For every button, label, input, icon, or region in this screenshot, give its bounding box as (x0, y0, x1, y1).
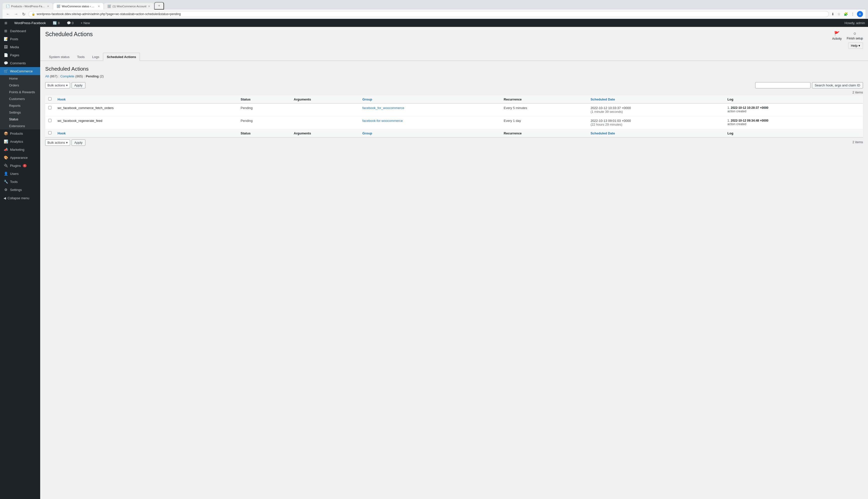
apply-button-bottom[interactable]: Apply (72, 139, 85, 146)
sidebar-item-plugins[interactable]: 🔌 Plugins 4 (0, 161, 40, 170)
bulk-actions-bar-top: Bulk actions ▾ Apply (45, 82, 85, 88)
row1-recurrence: Every 5 minutes (501, 104, 588, 116)
activity-button[interactable]: 🚩 Activity (832, 31, 842, 40)
bookmark-icon[interactable]: ☆ (837, 12, 841, 16)
back-button[interactable]: ← (5, 11, 11, 17)
forward-button[interactable]: → (13, 11, 19, 17)
tab-close-1[interactable]: ✕ (47, 5, 49, 8)
search-input[interactable] (755, 82, 810, 88)
sidebar-item-products[interactable]: 📦 Products (0, 130, 40, 137)
th-footer-group[interactable]: Group (359, 129, 501, 137)
sidebar-submenu-extensions[interactable]: Extensions (0, 123, 40, 130)
row1-checkbox-cell (45, 104, 54, 116)
browser-tab-2[interactable]: 🛒 WooCommerce status ‹ Word... ✕ (53, 3, 103, 10)
row2-checkbox[interactable] (48, 119, 51, 122)
sidebar-submenu-points-rewards[interactable]: Points & Rewards (0, 89, 40, 96)
sidebar-item-settings[interactable]: ⚙ Settings (0, 186, 40, 194)
row2-group-link[interactable]: facebook-for-woocommerce (362, 119, 403, 123)
sidebar-label-media: Media (10, 45, 19, 49)
sidebar-label-marketing: Marketing (10, 148, 24, 151)
sidebar-item-users[interactable]: 👤 Users (0, 170, 40, 178)
th-footer-scheduled-date[interactable]: Scheduled Date (587, 129, 724, 137)
sidebar-item-posts[interactable]: 📝 Posts (0, 35, 40, 43)
filter-sep-2: | (84, 74, 85, 78)
users-icon: 👤 (3, 172, 8, 175)
sidebar-submenu-home[interactable]: Home (0, 75, 40, 82)
tab-close-3[interactable]: ✕ (148, 5, 150, 8)
browser-tab-1[interactable]: 📄 Products ‹ WordPress-Facebo... ✕ (2, 3, 53, 10)
th-scheduled-date[interactable]: Scheduled Date (587, 95, 724, 104)
extension-icon[interactable]: 🧩 (843, 12, 848, 16)
sidebar-label-plugins: Plugins (10, 164, 21, 168)
filter-complete[interactable]: Complete (60, 74, 74, 78)
updates-icon[interactable]: 🔄 8 (51, 19, 61, 27)
download-icon[interactable]: ⬇ (831, 12, 835, 16)
sidebar-submenu-orders[interactable]: Orders (0, 82, 40, 89)
new-content-button[interactable]: + New (79, 19, 91, 27)
sidebar-item-analytics[interactable]: 📊 Analytics (0, 137, 40, 145)
bulk-actions-select-top[interactable]: Bulk actions ▾ (45, 82, 70, 88)
site-name[interactable]: WordPress-Facebook (13, 19, 47, 27)
sidebar-item-pages[interactable]: 📄 Pages (0, 51, 40, 59)
select-all-checkbox[interactable] (48, 97, 51, 100)
tab-logs[interactable]: Logs (88, 53, 103, 61)
search-button[interactable]: Search hook, args and claim ID (812, 82, 863, 88)
bulk-actions-chevron-bottom: ▾ (66, 141, 68, 145)
bulk-actions-label-top: Bulk actions (48, 83, 65, 87)
th-status: Status (238, 95, 290, 104)
sidebar-label-posts: Posts (10, 37, 18, 41)
tab-tools[interactable]: Tools (73, 53, 88, 61)
finish-setup-button[interactable]: ○ Finish setup (847, 31, 863, 40)
footer-select-all-checkbox[interactable] (48, 131, 51, 134)
reload-button[interactable]: ↻ (21, 11, 26, 17)
sidebar-submenu-settings[interactable]: Settings (0, 109, 40, 116)
sidebar-submenu-reports[interactable]: Reports (0, 102, 40, 109)
sidebar-item-tools[interactable]: 🔧 Tools (0, 178, 40, 186)
row2-log-action: action created (727, 122, 860, 126)
comments-icon[interactable]: 💬 0 (65, 19, 75, 27)
th-footer-hook[interactable]: Hook (54, 129, 238, 137)
sidebar-item-woocommerce[interactable]: 🛒 WooCommerce (0, 67, 40, 75)
more-options-icon[interactable]: ⋮ (851, 12, 855, 16)
browser-tab-3[interactable]: 🛒 (1) WooCommerce Account ✕ (104, 3, 154, 10)
wp-admin-layout: ⊞ Dashboard 📝 Posts 🖼 Media 📄 Pages 💬 Co… (0, 27, 868, 499)
browser-avatar[interactable]: A (857, 11, 863, 17)
sidebar-label-settings: Settings (10, 188, 22, 192)
filter-complete-count: (865) (75, 74, 83, 78)
row2-hook-name: wc_facebook_regenerate_feed (58, 119, 102, 123)
address-bar[interactable]: 🔒 wordpress-facebook.ddev.site/wp-admin/… (28, 11, 829, 17)
row1-hook: wc_facebook_commerce_fetch_orders (54, 104, 238, 116)
woocommerce-icon: 🛒 (3, 69, 8, 73)
circle-icon: ○ (853, 31, 856, 36)
sidebar-item-comments[interactable]: 💬 Comments (0, 59, 40, 67)
th-hook[interactable]: Hook (54, 95, 238, 104)
collapse-menu-button[interactable]: ◀ Collapse menu (0, 194, 40, 203)
wp-logo[interactable]: ⊞ (3, 19, 9, 27)
new-tab-button[interactable]: + (154, 2, 164, 10)
sidebar-submenu-customers[interactable]: Customers (0, 96, 40, 102)
header-actions: 🚩 Activity ○ Finish setup (832, 31, 863, 40)
filter-pending[interactable]: Pending (86, 74, 99, 78)
sidebar-item-marketing[interactable]: 📣 Marketing (0, 145, 40, 154)
bulk-actions-select-bottom[interactable]: Bulk actions ▾ (45, 139, 70, 146)
row1-arguments (291, 104, 359, 116)
help-button[interactable]: Help ▾ (848, 42, 863, 49)
sidebar-label-dashboard: Dashboard (10, 29, 26, 33)
row1-checkbox[interactable] (48, 106, 51, 109)
sidebar-submenu-status[interactable]: Status (0, 116, 40, 123)
posts-icon: 📝 (3, 37, 8, 41)
bottom-bar: Bulk actions ▾ Apply 2 items (45, 139, 863, 146)
sidebar-item-appearance[interactable]: 🎨 Appearance (0, 154, 40, 161)
dashboard-icon: ⊞ (3, 29, 8, 33)
filter-all[interactable]: All (45, 74, 49, 78)
row1-group-link[interactable]: facebook_for_woocommerce (362, 106, 404, 110)
tab-close-2[interactable]: ✕ (98, 5, 100, 8)
search-area: Search hook, args and claim ID (755, 82, 863, 88)
tab-scheduled-actions[interactable]: Scheduled Actions (103, 53, 140, 61)
apply-button-top[interactable]: Apply (72, 82, 85, 88)
tab-title-3: (1) WooCommerce Account (112, 5, 146, 8)
th-group[interactable]: Group (359, 95, 501, 104)
sidebar-item-dashboard[interactable]: ⊞ Dashboard (0, 27, 40, 35)
sidebar-item-media[interactable]: 🖼 Media (0, 43, 40, 51)
tab-system-status[interactable]: System status (45, 53, 73, 61)
